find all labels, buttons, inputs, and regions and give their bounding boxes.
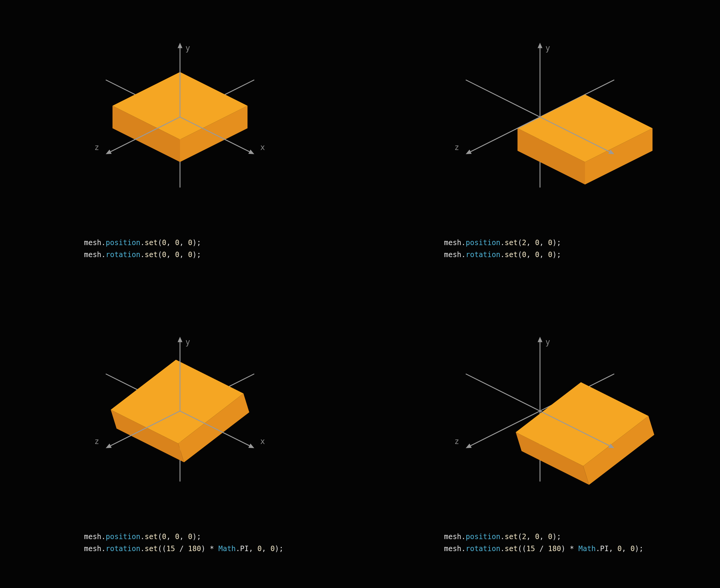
code-property: position — [466, 532, 501, 541]
panel-tl: yzx mesh.position.set(0, 0, 0);mesh.rota… — [0, 0, 360, 294]
svg-line-27 — [466, 374, 540, 411]
code-line-position: mesh.position.set(0, 0, 0); — [84, 531, 283, 543]
viewport-br: yz — [405, 312, 675, 522]
code-object: mesh — [444, 545, 461, 553]
code-tl: mesh.position.set(0, 0, 0);mesh.rotation… — [84, 237, 201, 261]
code-function: set — [145, 238, 157, 247]
viewport-tr: yz — [405, 18, 675, 228]
code-bl: mesh.position.set(0, 0, 0);mesh.rotation… — [84, 531, 283, 555]
code-function: set — [145, 532, 157, 541]
code-tr: mesh.position.set(2, 0, 0);mesh.rotation… — [444, 237, 561, 261]
svg-marker-22 — [177, 337, 183, 342]
code-function: set — [145, 545, 157, 553]
axes-svg: yzx — [45, 312, 315, 522]
svg-marker-13 — [537, 43, 543, 48]
code-br: mesh.position.set(2, 0, 0);mesh.rotation… — [444, 531, 643, 555]
axis-label-y: y — [545, 337, 550, 346]
panel-br: yz mesh.position.set(2, 0, 0);mesh.rotat… — [360, 294, 720, 588]
code-function: set — [505, 545, 517, 553]
code-line-rotation: mesh.rotation.set((15 / 180) * Math.PI, … — [444, 543, 643, 555]
axis-label-y: y — [185, 43, 190, 52]
code-object: mesh — [84, 238, 101, 247]
code-object: mesh — [84, 251, 101, 259]
panel-tr: yz mesh.position.set(2, 0, 0);mesh.rotat… — [360, 0, 720, 294]
code-object: mesh — [444, 238, 461, 247]
axis-label-x: x — [260, 143, 265, 152]
viewport-tl: yzx — [45, 18, 315, 228]
code-object: mesh — [444, 251, 461, 259]
code-property: position — [106, 238, 141, 247]
axes-svg: yz — [405, 18, 675, 228]
diagram-grid: yzx mesh.position.set(0, 0, 0);mesh.rota… — [0, 0, 720, 588]
code-function: set — [505, 532, 517, 541]
code-property: rotation — [106, 545, 141, 553]
code-property: rotation — [466, 251, 501, 259]
code-object: mesh — [84, 545, 101, 553]
panel-bl: yzx mesh.position.set(0, 0, 0);mesh.rota… — [0, 294, 360, 588]
axis-label-z: z — [94, 143, 99, 152]
code-function: set — [505, 251, 517, 259]
axis-label-z: z — [94, 437, 99, 446]
code-function: set — [505, 238, 517, 247]
axis-label-y: y — [185, 337, 190, 346]
axes-svg: yz — [405, 312, 675, 522]
axis-label-z: z — [454, 143, 459, 152]
code-object: mesh — [444, 532, 461, 541]
code-line-rotation: mesh.rotation.set(0, 0, 0); — [444, 249, 561, 261]
code-function: set — [145, 251, 157, 259]
code-property: position — [466, 238, 501, 247]
axis-label-y: y — [545, 43, 550, 52]
code-line-position: mesh.position.set(2, 0, 0); — [444, 237, 561, 249]
svg-marker-31 — [537, 337, 543, 342]
viewport-bl: yzx — [45, 312, 315, 522]
axis-label-x: x — [260, 437, 265, 446]
svg-line-9 — [466, 80, 540, 117]
code-line-position: mesh.position.set(0, 0, 0); — [84, 237, 201, 249]
code-line-rotation: mesh.rotation.set(0, 0, 0); — [84, 249, 201, 261]
axes-svg: yzx — [45, 18, 315, 228]
code-line-rotation: mesh.rotation.set((15 / 180) * Math.PI, … — [84, 543, 283, 555]
code-line-position: mesh.position.set(2, 0, 0); — [444, 531, 643, 543]
code-property: rotation — [106, 251, 141, 259]
code-object: mesh — [84, 532, 101, 541]
code-property: position — [106, 532, 141, 541]
svg-marker-4 — [177, 43, 183, 48]
axis-label-z: z — [454, 437, 459, 446]
code-property: rotation — [466, 545, 501, 553]
